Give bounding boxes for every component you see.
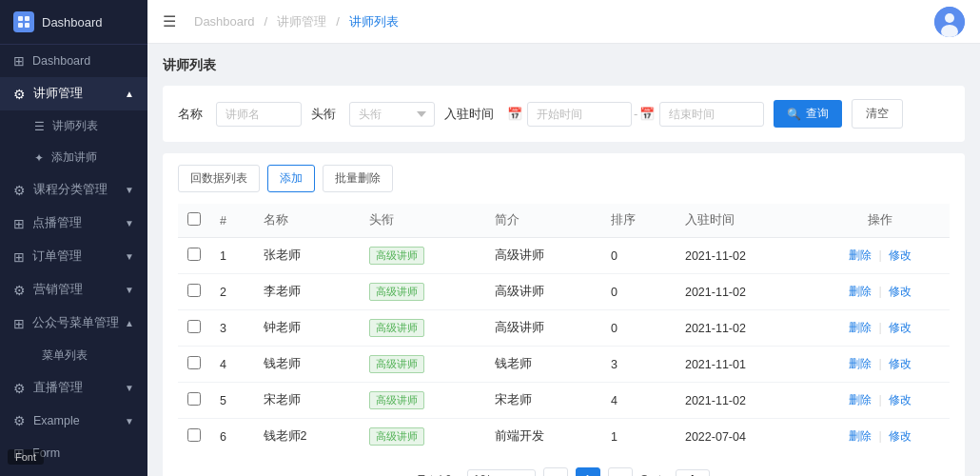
title-tag: 高级讲师 bbox=[369, 319, 424, 337]
table-row: 5 宋老师 高级讲师 宋老师 4 2021-11-02 删除 | 修改 bbox=[178, 383, 950, 419]
edit-link[interactable]: 修改 bbox=[889, 393, 911, 407]
search-btn-label: 查询 bbox=[806, 106, 829, 122]
row-name: 钱老师 bbox=[254, 347, 361, 383]
batch-delete-button[interactable]: 批量删除 bbox=[323, 165, 393, 192]
delete-link[interactable]: 删除 bbox=[849, 357, 872, 370]
action-sep: | bbox=[878, 429, 881, 443]
list-icon: ☰ bbox=[34, 120, 45, 133]
date-separator: - bbox=[634, 107, 637, 121]
back-to-list-button[interactable]: 回数据列表 bbox=[178, 165, 260, 192]
delete-link[interactable]: 删除 bbox=[849, 248, 872, 262]
row-join-date: 2022-07-04 bbox=[676, 419, 811, 455]
sidebar-item-marketing[interactable]: ⚙ 营销管理 ▼ bbox=[0, 273, 147, 307]
filter-end-date[interactable] bbox=[659, 102, 764, 127]
dashboard-nav-icon: ⊞ bbox=[13, 53, 25, 69]
sidebar-item-order[interactable]: ⊞ 订单管理 ▼ bbox=[0, 240, 147, 273]
row-checkbox-cell bbox=[178, 383, 210, 419]
delete-link[interactable]: 删除 bbox=[849, 429, 872, 443]
filter-start-date[interactable] bbox=[527, 102, 632, 127]
title-tag: 高级讲师 bbox=[369, 247, 424, 265]
date-range-wrap: 📅 - 📅 bbox=[507, 102, 764, 127]
delete-link[interactable]: 删除 bbox=[849, 285, 872, 298]
clear-button[interactable]: 清空 bbox=[852, 99, 903, 129]
page-1-button[interactable]: 1 bbox=[576, 467, 600, 476]
row-checkbox[interactable] bbox=[187, 248, 201, 261]
user-avatar[interactable] bbox=[934, 7, 965, 37]
delete-link[interactable]: 删除 bbox=[849, 393, 872, 407]
col-name: 名称 bbox=[254, 204, 361, 238]
action-sep: | bbox=[878, 393, 881, 407]
svg-rect-0 bbox=[18, 16, 23, 21]
row-checkbox[interactable] bbox=[187, 284, 201, 297]
example-icon: ⚙ bbox=[13, 413, 26, 428]
row-name: 李老师 bbox=[254, 274, 361, 310]
filter-name-input[interactable] bbox=[216, 102, 302, 127]
col-join-date: 入驻时间 bbox=[676, 204, 811, 238]
sidebar-item-wechat-menu[interactable]: ⊞ 公众号菜单管理 ▲ bbox=[0, 307, 147, 340]
col-num: # bbox=[210, 204, 254, 238]
row-checkbox[interactable] bbox=[187, 428, 201, 442]
breadcrumb-dashboard[interactable]: Dashboard bbox=[194, 14, 255, 29]
select-all-checkbox[interactable] bbox=[187, 212, 201, 226]
sidebar-item-menu-list[interactable]: 菜单列表 bbox=[0, 340, 147, 371]
filter-title-select[interactable]: 头衔 bbox=[349, 102, 435, 127]
calendar-icon-start: 📅 bbox=[507, 107, 522, 121]
sidebar-item-vod[interactable]: ⊞ 点播管理 ▼ bbox=[0, 207, 147, 240]
pagination: Total 6 10/page ‹ 1 › Go to bbox=[178, 467, 950, 476]
sidebar-item-lecturer-list[interactable]: ☰ 讲师列表 bbox=[0, 110, 147, 142]
row-num: 6 bbox=[210, 419, 254, 455]
sidebar-item-dashboard[interactable]: ⊞ Dashboard bbox=[0, 45, 147, 77]
sidebar-item-label: 讲师管理 bbox=[33, 86, 83, 102]
title-tag: 高级讲师 bbox=[369, 355, 424, 373]
sidebar-sub-label: 讲师列表 bbox=[52, 118, 98, 134]
sidebar-item-course-category[interactable]: ⚙ 课程分类管理 ▼ bbox=[0, 173, 147, 207]
row-checkbox-cell bbox=[178, 310, 210, 347]
font-label: Font bbox=[8, 449, 44, 465]
edit-link[interactable]: 修改 bbox=[889, 429, 911, 443]
sidebar-item-live[interactable]: ⚙ 直播管理 ▼ bbox=[0, 371, 147, 405]
row-intro: 前端开发 bbox=[485, 419, 601, 455]
edit-link[interactable]: 修改 bbox=[889, 248, 911, 262]
row-join-date: 2021-11-02 bbox=[676, 238, 811, 274]
sidebar-item-add-lecturer[interactable]: ✦ 添加讲师 bbox=[0, 142, 147, 173]
filter-entry-label: 入驻时间 bbox=[444, 106, 494, 123]
sidebar-item-example[interactable]: ⚙ Example ▼ bbox=[0, 405, 147, 437]
row-actions: 删除 | 修改 bbox=[811, 383, 950, 419]
row-actions: 删除 | 修改 bbox=[811, 310, 950, 347]
table-toolbar: 回数据列表 添加 批量删除 bbox=[178, 165, 950, 192]
goto-input[interactable] bbox=[676, 469, 710, 476]
breadcrumb-lecturer-mgmt[interactable]: 讲师管理 bbox=[277, 13, 326, 30]
sidebar-item-label: 订单管理 bbox=[32, 248, 82, 265]
row-join-date: 2021-11-02 bbox=[676, 383, 811, 419]
edit-link[interactable]: 修改 bbox=[889, 285, 911, 298]
next-page-button[interactable]: › bbox=[608, 467, 633, 476]
page-size-select[interactable]: 10/page bbox=[467, 469, 536, 476]
lecturer-mgmt-icon: ⚙ bbox=[13, 87, 26, 102]
delete-link[interactable]: 删除 bbox=[849, 321, 872, 334]
add-lecturer-icon: ✦ bbox=[34, 151, 44, 165]
row-name: 宋老师 bbox=[254, 383, 361, 419]
header-checkbox-cell bbox=[178, 204, 210, 238]
row-intro: 高级讲师 bbox=[485, 274, 601, 310]
sidebar-item-lecturer-mgmt[interactable]: ⚙ 讲师管理 ▲ bbox=[0, 77, 147, 110]
title-tag: 高级讲师 bbox=[369, 391, 424, 409]
row-sort: 1 bbox=[601, 419, 676, 455]
menu-toggle-icon[interactable]: ☰ bbox=[163, 12, 176, 30]
row-checkbox[interactable] bbox=[187, 356, 201, 369]
search-button[interactable]: 🔍 查询 bbox=[774, 100, 842, 128]
table-card: 回数据列表 添加 批量删除 # 名称 头衔 简介 排序 入驻时间 bbox=[163, 153, 965, 476]
row-num: 2 bbox=[210, 274, 254, 310]
prev-page-button[interactable]: ‹ bbox=[543, 467, 568, 476]
edit-link[interactable]: 修改 bbox=[889, 357, 911, 370]
row-title: 高级讲师 bbox=[360, 238, 485, 274]
row-checkbox[interactable] bbox=[187, 320, 201, 333]
chevron-down-icon: ▼ bbox=[125, 185, 134, 195]
row-actions: 删除 | 修改 bbox=[811, 238, 950, 274]
edit-link[interactable]: 修改 bbox=[889, 321, 911, 334]
row-checkbox[interactable] bbox=[187, 392, 201, 406]
svg-rect-3 bbox=[25, 23, 29, 28]
row-intro: 高级讲师 bbox=[485, 238, 601, 274]
chevron-up-icon: ▲ bbox=[125, 89, 134, 99]
sidebar-title: Dashboard bbox=[42, 15, 103, 30]
add-button[interactable]: 添加 bbox=[267, 165, 315, 192]
